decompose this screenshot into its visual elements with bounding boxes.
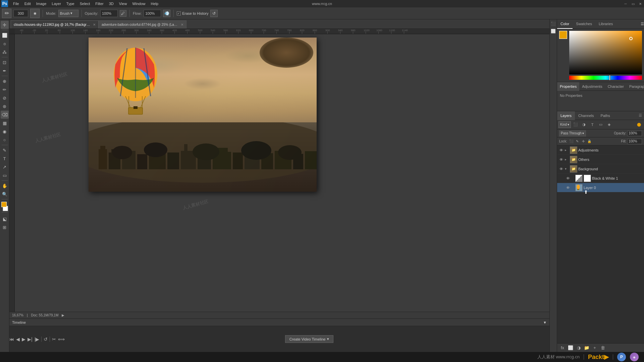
tab-channels[interactable]: Channels: [575, 111, 597, 120]
layer-adjustments[interactable]: 👁 ▸ 📁 Adjustments: [557, 145, 644, 155]
erase-to-history-checkbox[interactable]: ✓: [177, 11, 181, 15]
tab-libraries[interactable]: Libraries: [595, 19, 616, 29]
restore-button[interactable]: ▭: [631, 1, 635, 6]
menu-layer[interactable]: Layer: [49, 1, 63, 6]
blend-mode-dropdown[interactable]: Pass Through ▾: [559, 130, 586, 136]
canvas-viewport[interactable]: 人人素材社区 人人素材社区 人人素材社区 人人素材社区 人人素材社区: [15, 34, 549, 312]
menu-view[interactable]: View: [117, 1, 129, 6]
visibility-adjustments-icon[interactable]: 👁: [558, 147, 564, 153]
marquee-tool[interactable]: ⬜: [1, 31, 9, 39]
brush-options-button[interactable]: ◉: [30, 9, 40, 18]
healing-tool[interactable]: ⊕: [1, 77, 9, 85]
foreground-color[interactable]: [1, 202, 7, 207]
layer-kind-dropdown[interactable]: Kind ▾: [558, 121, 571, 128]
visibility-background-icon[interactable]: 👁: [558, 166, 564, 172]
shape-tool[interactable]: ▭: [1, 171, 9, 179]
opacity-input[interactable]: 100%: [100, 10, 118, 17]
timeline-fade-button[interactable]: ⟺: [58, 337, 65, 342]
layer-bw1[interactable]: 👁 Black & White 1: [557, 174, 644, 183]
lock-all-button[interactable]: 🔒: [587, 139, 592, 144]
fill-value[interactable]: 100%: [627, 139, 642, 144]
opacity-jitter-button[interactable]: 🖊: [120, 10, 126, 17]
screen-mode-btn[interactable]: ⊞: [1, 223, 9, 231]
timeline-first-button[interactable]: ⏮: [9, 337, 14, 342]
add-layer-style-button[interactable]: fx: [559, 345, 566, 351]
history-brush-tool[interactable]: ⊛: [1, 102, 9, 110]
tab-adjustments[interactable]: Adjustments: [579, 82, 605, 91]
layer-background-group[interactable]: 👁 ▾ 📁 Background: [557, 164, 644, 174]
side-color-icon[interactable]: ⬛: [550, 21, 556, 27]
layers-menu-button[interactable]: ☰: [637, 113, 644, 118]
expand-adjustments-arrow[interactable]: ▸: [565, 148, 569, 152]
add-mask-button[interactable]: ⬜: [567, 345, 574, 351]
tab-layers[interactable]: Layers: [557, 111, 575, 120]
magic-wand-tool[interactable]: ⁂: [1, 48, 9, 56]
lock-artboards-button[interactable]: ✛: [581, 139, 586, 144]
new-layer-button[interactable]: +: [591, 345, 598, 351]
menu-file[interactable]: File: [11, 1, 21, 6]
tab-document2[interactable]: adventure-balloon-colorful-87744.jpg @ 2…: [99, 20, 186, 28]
hue-bar[interactable]: [569, 76, 642, 80]
delete-layer-button[interactable]: 🗑: [599, 345, 606, 351]
filter-adjustment-layer-button[interactable]: ◑: [580, 121, 588, 128]
fg-bg-color-swatches[interactable]: [1, 202, 9, 211]
hand-tool[interactable]: ✋: [1, 182, 9, 190]
color-panel-menu-button[interactable]: ☰: [641, 22, 644, 26]
tab-document1[interactable]: clouds-houses-sky-111963.jpg @ 16,7% (Ba…: [11, 20, 99, 28]
tab-paragraph[interactable]: Paragraph: [627, 82, 644, 91]
foreground-color-swatch[interactable]: [559, 31, 567, 39]
color-picker-cursor[interactable]: [629, 37, 633, 40]
close-button[interactable]: ✕: [638, 1, 643, 6]
path-selection-tool[interactable]: ↗: [1, 163, 9, 171]
brush-tool[interactable]: ✏: [1, 85, 9, 94]
timeline-next-button[interactable]: ▶|: [28, 337, 33, 342]
visibility-bw1-icon[interactable]: 👁: [565, 176, 571, 181]
erase-history-icon[interactable]: ↺: [210, 10, 218, 17]
blur-tool[interactable]: ◉: [1, 127, 9, 135]
tab-paths[interactable]: Paths: [597, 111, 613, 120]
side-history-icon[interactable]: ⬜: [550, 28, 556, 34]
eyedropper-tool[interactable]: ✒: [1, 67, 9, 75]
menu-image[interactable]: Image: [34, 1, 49, 6]
expand-others-arrow[interactable]: ▸: [565, 158, 569, 161]
timeline-play-button[interactable]: ▶: [22, 337, 25, 342]
quick-mask-btn[interactable]: ⬕: [1, 215, 9, 223]
eraser-tool-icon[interactable]: ✏: [2, 9, 11, 18]
expand-background-arrow[interactable]: ▾: [565, 167, 569, 171]
menu-3d[interactable]: 3D: [107, 1, 116, 6]
filter-smart-object-button[interactable]: ◈: [605, 121, 613, 128]
tab-swatches[interactable]: Swatches: [573, 19, 595, 29]
timeline-last-button[interactable]: |▶: [35, 337, 40, 342]
timeline-cut-button[interactable]: ✂: [52, 337, 56, 342]
pen-tool[interactable]: ✎: [1, 146, 9, 154]
visibility-others-icon[interactable]: 👁: [558, 157, 564, 162]
tab-color[interactable]: Color: [557, 19, 573, 29]
move-tool[interactable]: ✛: [1, 21, 9, 29]
flow-input[interactable]: 100%: [144, 10, 161, 17]
menu-filter[interactable]: Filter: [93, 1, 106, 6]
layer-others[interactable]: 👁 ▸ 📁 Others: [557, 155, 644, 164]
lock-position-button[interactable]: ✎: [575, 139, 580, 144]
app-icon[interactable]: Ps: [1, 0, 8, 7]
tab-character[interactable]: Character: [605, 82, 627, 91]
type-tool[interactable]: T: [1, 155, 9, 163]
filter-shape-layer-button[interactable]: ▭: [597, 121, 604, 128]
crop-tool[interactable]: ⊡: [1, 58, 9, 66]
create-video-timeline-button[interactable]: Create Video Timeline ▾: [285, 335, 333, 343]
lock-pixels-button[interactable]: ⬛: [569, 139, 574, 144]
timeline-prev-button[interactable]: ◀: [16, 337, 20, 342]
filter-type-layer-button[interactable]: T: [589, 121, 596, 128]
zoom-tool[interactable]: 🔍: [1, 190, 9, 198]
gradient-tool[interactable]: ▦: [1, 119, 9, 127]
minimize-button[interactable]: ─: [623, 1, 628, 6]
dodge-tool[interactable]: ○: [1, 136, 9, 144]
stamp-tool[interactable]: ⊘: [1, 94, 9, 102]
color-gradient-picker[interactable]: [569, 31, 642, 74]
menu-edit[interactable]: Edit: [22, 1, 33, 6]
status-expand-button[interactable]: ▶: [62, 313, 64, 317]
opacity-value[interactable]: 100%: [627, 131, 642, 136]
filter-toggle-button[interactable]: ⬤: [635, 121, 643, 128]
menu-select[interactable]: Select: [77, 1, 93, 6]
tab1-close-button[interactable]: ✕: [93, 23, 96, 26]
menu-help[interactable]: Help: [149, 1, 161, 6]
